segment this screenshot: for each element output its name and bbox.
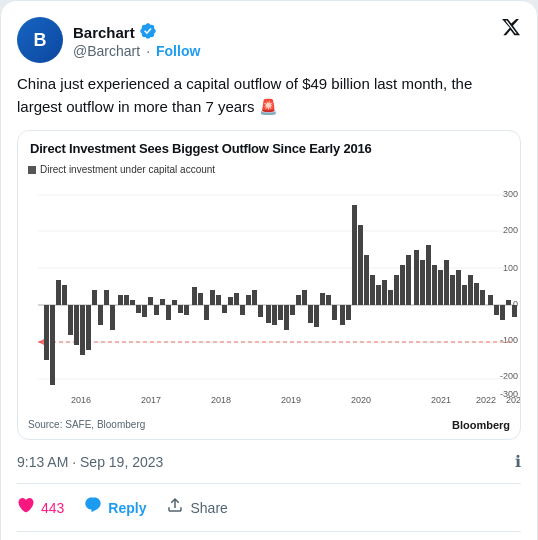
tweet-header: B Barchart @Barchart · Follow <box>17 17 521 63</box>
tweet-header-left: B Barchart @Barchart · Follow <box>17 17 200 63</box>
svg-rect-88 <box>488 295 493 305</box>
chart-footer: Source: SAFE, Bloomberg Bloomberg <box>18 417 520 439</box>
svg-rect-29 <box>124 295 129 305</box>
chart-container: Direct Investment Sees Biggest Outflow S… <box>17 130 521 440</box>
svg-text:2017: 2017 <box>141 395 161 405</box>
heart-icon <box>17 496 35 519</box>
svg-rect-72 <box>388 290 393 305</box>
svg-rect-67 <box>358 225 363 305</box>
svg-rect-82 <box>450 275 455 305</box>
svg-rect-75 <box>406 255 411 305</box>
svg-rect-92 <box>512 305 517 317</box>
username: @Barchart <box>73 43 140 59</box>
svg-rect-54 <box>278 305 283 320</box>
tweet-meta: 9:13 AM · Sep 19, 2023 ℹ <box>17 452 521 471</box>
share-button[interactable]: Share <box>166 496 227 519</box>
svg-text:2019: 2019 <box>281 395 301 405</box>
svg-rect-36 <box>166 305 171 320</box>
share-label: Share <box>190 500 227 516</box>
reply-button[interactable]: Reply <box>84 496 146 519</box>
svg-rect-52 <box>266 305 271 323</box>
svg-rect-59 <box>308 305 313 323</box>
svg-text:2020: 2020 <box>351 395 371 405</box>
svg-rect-47 <box>234 293 239 305</box>
share-icon <box>166 496 184 519</box>
verified-badge <box>139 22 157 43</box>
chart-source: Source: SAFE, Bloomberg <box>28 419 145 431</box>
svg-rect-27 <box>110 305 115 330</box>
read-replies: Read 12 replies <box>17 531 521 540</box>
svg-rect-55 <box>284 305 289 330</box>
svg-rect-18 <box>56 280 61 305</box>
svg-rect-20 <box>68 305 73 335</box>
svg-text:-100: -100 <box>500 335 518 345</box>
svg-rect-58 <box>302 290 307 305</box>
svg-text:2016: 2016 <box>71 395 91 405</box>
chart-legend: Direct investment under capital account <box>18 160 520 175</box>
svg-rect-19 <box>62 285 67 305</box>
svg-rect-26 <box>104 290 109 305</box>
svg-rect-71 <box>382 280 387 305</box>
svg-rect-60 <box>314 305 319 327</box>
svg-text:-200: -200 <box>500 371 518 381</box>
svg-rect-77 <box>420 260 425 305</box>
svg-rect-50 <box>252 290 257 305</box>
tweet-timestamp: 9:13 AM · Sep 19, 2023 <box>17 454 163 470</box>
svg-rect-79 <box>432 265 437 305</box>
svg-rect-51 <box>258 305 263 317</box>
svg-rect-23 <box>86 305 91 350</box>
svg-rect-41 <box>198 293 203 305</box>
svg-text:2021: 2021 <box>431 395 451 405</box>
svg-text:2022: 2022 <box>476 395 496 405</box>
svg-rect-21 <box>74 305 79 345</box>
reply-label: Reply <box>108 500 146 516</box>
svg-rect-39 <box>184 305 189 315</box>
reply-icon <box>84 496 102 519</box>
svg-rect-48 <box>240 305 245 315</box>
username-follow: @Barchart · Follow <box>73 43 200 59</box>
svg-rect-87 <box>480 290 485 305</box>
svg-rect-16 <box>44 305 49 360</box>
svg-rect-17 <box>50 305 55 385</box>
svg-rect-78 <box>426 245 431 305</box>
svg-rect-84 <box>462 285 467 305</box>
svg-rect-80 <box>438 270 443 305</box>
svg-rect-90 <box>500 305 505 320</box>
follow-button[interactable]: Follow <box>156 43 200 59</box>
svg-text:200: 200 <box>503 225 518 235</box>
display-name: Barchart <box>73 22 200 43</box>
svg-rect-30 <box>130 300 135 305</box>
svg-text:2018: 2018 <box>211 395 231 405</box>
x-logo-icon[interactable] <box>501 17 521 42</box>
like-button[interactable]: 443 <box>17 496 64 519</box>
svg-rect-40 <box>192 287 197 305</box>
svg-rect-22 <box>80 305 85 355</box>
legend-label: Direct investment under capital account <box>40 164 215 175</box>
avatar[interactable]: B <box>17 17 63 63</box>
svg-rect-24 <box>92 290 97 305</box>
svg-rect-37 <box>172 300 177 305</box>
svg-rect-57 <box>296 295 301 305</box>
svg-rect-62 <box>326 295 331 305</box>
svg-rect-25 <box>98 305 103 325</box>
svg-rect-44 <box>216 295 221 305</box>
svg-rect-28 <box>118 295 123 305</box>
svg-rect-65 <box>346 305 351 320</box>
svg-rect-85 <box>468 275 473 305</box>
svg-rect-61 <box>320 293 325 305</box>
svg-rect-68 <box>364 255 369 305</box>
info-icon[interactable]: ℹ <box>515 452 521 471</box>
svg-rect-76 <box>414 250 419 305</box>
svg-rect-38 <box>178 305 183 313</box>
tweet-card: B Barchart @Barchart · Follow China j <box>0 0 538 540</box>
svg-text:300: 300 <box>503 189 518 199</box>
tweet-text: China just experienced a capital outflow… <box>17 73 521 118</box>
svg-rect-33 <box>148 297 153 305</box>
svg-rect-53 <box>272 305 277 325</box>
svg-rect-73 <box>394 275 399 305</box>
svg-rect-89 <box>494 305 499 315</box>
svg-rect-32 <box>142 305 147 317</box>
svg-rect-46 <box>228 297 233 305</box>
user-info: Barchart @Barchart · Follow <box>73 22 200 59</box>
svg-rect-43 <box>210 290 215 305</box>
